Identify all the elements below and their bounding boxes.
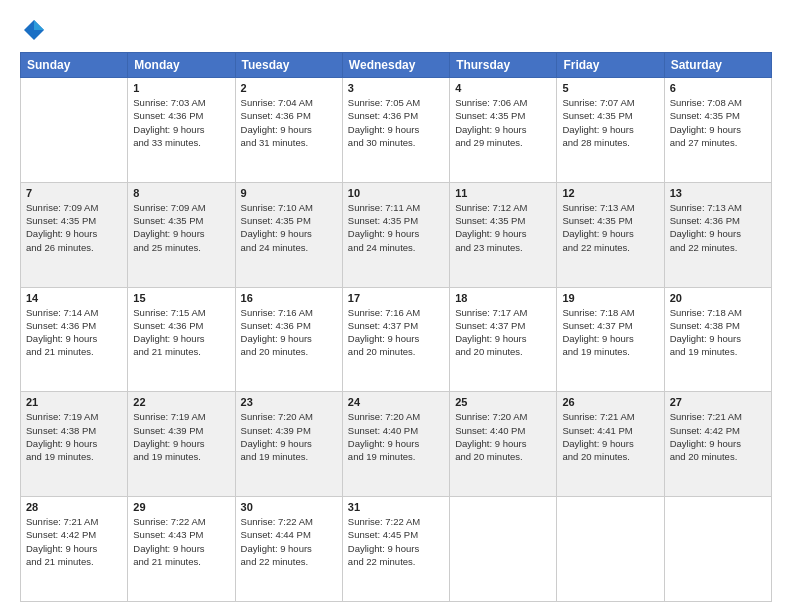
day-info: Sunrise: 7:22 AM Sunset: 4:45 PM Dayligh… (348, 515, 444, 568)
svg-marker-1 (34, 20, 44, 30)
day-info: Sunrise: 7:09 AM Sunset: 4:35 PM Dayligh… (26, 201, 122, 254)
day-info: Sunrise: 7:18 AM Sunset: 4:38 PM Dayligh… (670, 306, 766, 359)
day-number: 20 (670, 292, 766, 304)
day-number: 6 (670, 82, 766, 94)
day-info: Sunrise: 7:22 AM Sunset: 4:43 PM Dayligh… (133, 515, 229, 568)
calendar-cell: 19Sunrise: 7:18 AM Sunset: 4:37 PM Dayli… (557, 287, 664, 392)
day-info: Sunrise: 7:19 AM Sunset: 4:38 PM Dayligh… (26, 410, 122, 463)
calendar-cell: 25Sunrise: 7:20 AM Sunset: 4:40 PM Dayli… (450, 392, 557, 497)
calendar-cell: 6Sunrise: 7:08 AM Sunset: 4:35 PM Daylig… (664, 78, 771, 183)
day-info: Sunrise: 7:20 AM Sunset: 4:40 PM Dayligh… (455, 410, 551, 463)
day-info: Sunrise: 7:21 AM Sunset: 4:42 PM Dayligh… (670, 410, 766, 463)
calendar-week-row: 21Sunrise: 7:19 AM Sunset: 4:38 PM Dayli… (21, 392, 772, 497)
page: SundayMondayTuesdayWednesdayThursdayFrid… (0, 0, 792, 612)
day-number: 31 (348, 501, 444, 513)
calendar-cell: 4Sunrise: 7:06 AM Sunset: 4:35 PM Daylig… (450, 78, 557, 183)
day-info: Sunrise: 7:04 AM Sunset: 4:36 PM Dayligh… (241, 96, 337, 149)
logo-icon (20, 16, 48, 44)
day-info: Sunrise: 7:20 AM Sunset: 4:39 PM Dayligh… (241, 410, 337, 463)
day-info: Sunrise: 7:12 AM Sunset: 4:35 PM Dayligh… (455, 201, 551, 254)
day-number: 30 (241, 501, 337, 513)
day-number: 13 (670, 187, 766, 199)
day-number: 16 (241, 292, 337, 304)
day-info: Sunrise: 7:06 AM Sunset: 4:35 PM Dayligh… (455, 96, 551, 149)
day-number: 2 (241, 82, 337, 94)
calendar-week-row: 7Sunrise: 7:09 AM Sunset: 4:35 PM Daylig… (21, 182, 772, 287)
calendar-cell: 3Sunrise: 7:05 AM Sunset: 4:36 PM Daylig… (342, 78, 449, 183)
calendar-cell (21, 78, 128, 183)
calendar-cell: 11Sunrise: 7:12 AM Sunset: 4:35 PM Dayli… (450, 182, 557, 287)
calendar-cell (450, 497, 557, 602)
day-number: 14 (26, 292, 122, 304)
day-number: 29 (133, 501, 229, 513)
day-of-week-header: Thursday (450, 53, 557, 78)
day-number: 25 (455, 396, 551, 408)
calendar-cell: 12Sunrise: 7:13 AM Sunset: 4:35 PM Dayli… (557, 182, 664, 287)
calendar-cell: 1Sunrise: 7:03 AM Sunset: 4:36 PM Daylig… (128, 78, 235, 183)
calendar-week-row: 14Sunrise: 7:14 AM Sunset: 4:36 PM Dayli… (21, 287, 772, 392)
day-info: Sunrise: 7:19 AM Sunset: 4:39 PM Dayligh… (133, 410, 229, 463)
calendar-cell: 2Sunrise: 7:04 AM Sunset: 4:36 PM Daylig… (235, 78, 342, 183)
day-number: 19 (562, 292, 658, 304)
day-number: 8 (133, 187, 229, 199)
day-number: 10 (348, 187, 444, 199)
calendar-week-row: 1Sunrise: 7:03 AM Sunset: 4:36 PM Daylig… (21, 78, 772, 183)
calendar-week-row: 28Sunrise: 7:21 AM Sunset: 4:42 PM Dayli… (21, 497, 772, 602)
day-number: 12 (562, 187, 658, 199)
day-of-week-header: Wednesday (342, 53, 449, 78)
day-info: Sunrise: 7:21 AM Sunset: 4:42 PM Dayligh… (26, 515, 122, 568)
day-info: Sunrise: 7:08 AM Sunset: 4:35 PM Dayligh… (670, 96, 766, 149)
calendar-cell (664, 497, 771, 602)
calendar-header-row: SundayMondayTuesdayWednesdayThursdayFrid… (21, 53, 772, 78)
calendar-cell: 23Sunrise: 7:20 AM Sunset: 4:39 PM Dayli… (235, 392, 342, 497)
day-number: 24 (348, 396, 444, 408)
calendar-table: SundayMondayTuesdayWednesdayThursdayFrid… (20, 52, 772, 602)
day-info: Sunrise: 7:07 AM Sunset: 4:35 PM Dayligh… (562, 96, 658, 149)
day-info: Sunrise: 7:21 AM Sunset: 4:41 PM Dayligh… (562, 410, 658, 463)
calendar-cell: 28Sunrise: 7:21 AM Sunset: 4:42 PM Dayli… (21, 497, 128, 602)
calendar-cell: 22Sunrise: 7:19 AM Sunset: 4:39 PM Dayli… (128, 392, 235, 497)
day-number: 5 (562, 82, 658, 94)
day-of-week-header: Friday (557, 53, 664, 78)
day-info: Sunrise: 7:20 AM Sunset: 4:40 PM Dayligh… (348, 410, 444, 463)
day-number: 11 (455, 187, 551, 199)
calendar-cell: 21Sunrise: 7:19 AM Sunset: 4:38 PM Dayli… (21, 392, 128, 497)
calendar-cell: 13Sunrise: 7:13 AM Sunset: 4:36 PM Dayli… (664, 182, 771, 287)
calendar-cell: 7Sunrise: 7:09 AM Sunset: 4:35 PM Daylig… (21, 182, 128, 287)
logo (20, 16, 52, 44)
day-info: Sunrise: 7:16 AM Sunset: 4:37 PM Dayligh… (348, 306, 444, 359)
calendar-cell: 8Sunrise: 7:09 AM Sunset: 4:35 PM Daylig… (128, 182, 235, 287)
calendar-cell: 15Sunrise: 7:15 AM Sunset: 4:36 PM Dayli… (128, 287, 235, 392)
day-info: Sunrise: 7:18 AM Sunset: 4:37 PM Dayligh… (562, 306, 658, 359)
day-number: 1 (133, 82, 229, 94)
day-number: 21 (26, 396, 122, 408)
calendar-cell: 31Sunrise: 7:22 AM Sunset: 4:45 PM Dayli… (342, 497, 449, 602)
calendar-cell: 26Sunrise: 7:21 AM Sunset: 4:41 PM Dayli… (557, 392, 664, 497)
day-of-week-header: Saturday (664, 53, 771, 78)
day-of-week-header: Monday (128, 53, 235, 78)
calendar-cell: 29Sunrise: 7:22 AM Sunset: 4:43 PM Dayli… (128, 497, 235, 602)
day-number: 27 (670, 396, 766, 408)
calendar-cell: 18Sunrise: 7:17 AM Sunset: 4:37 PM Dayli… (450, 287, 557, 392)
day-number: 28 (26, 501, 122, 513)
day-info: Sunrise: 7:14 AM Sunset: 4:36 PM Dayligh… (26, 306, 122, 359)
calendar-cell: 30Sunrise: 7:22 AM Sunset: 4:44 PM Dayli… (235, 497, 342, 602)
day-number: 23 (241, 396, 337, 408)
calendar-cell: 20Sunrise: 7:18 AM Sunset: 4:38 PM Dayli… (664, 287, 771, 392)
day-number: 17 (348, 292, 444, 304)
day-info: Sunrise: 7:03 AM Sunset: 4:36 PM Dayligh… (133, 96, 229, 149)
calendar-cell: 24Sunrise: 7:20 AM Sunset: 4:40 PM Dayli… (342, 392, 449, 497)
day-info: Sunrise: 7:22 AM Sunset: 4:44 PM Dayligh… (241, 515, 337, 568)
calendar-cell: 5Sunrise: 7:07 AM Sunset: 4:35 PM Daylig… (557, 78, 664, 183)
day-number: 18 (455, 292, 551, 304)
day-number: 9 (241, 187, 337, 199)
day-number: 4 (455, 82, 551, 94)
day-info: Sunrise: 7:05 AM Sunset: 4:36 PM Dayligh… (348, 96, 444, 149)
calendar-cell: 10Sunrise: 7:11 AM Sunset: 4:35 PM Dayli… (342, 182, 449, 287)
header (20, 16, 772, 44)
day-number: 7 (26, 187, 122, 199)
day-info: Sunrise: 7:09 AM Sunset: 4:35 PM Dayligh… (133, 201, 229, 254)
day-number: 22 (133, 396, 229, 408)
day-number: 3 (348, 82, 444, 94)
day-info: Sunrise: 7:15 AM Sunset: 4:36 PM Dayligh… (133, 306, 229, 359)
